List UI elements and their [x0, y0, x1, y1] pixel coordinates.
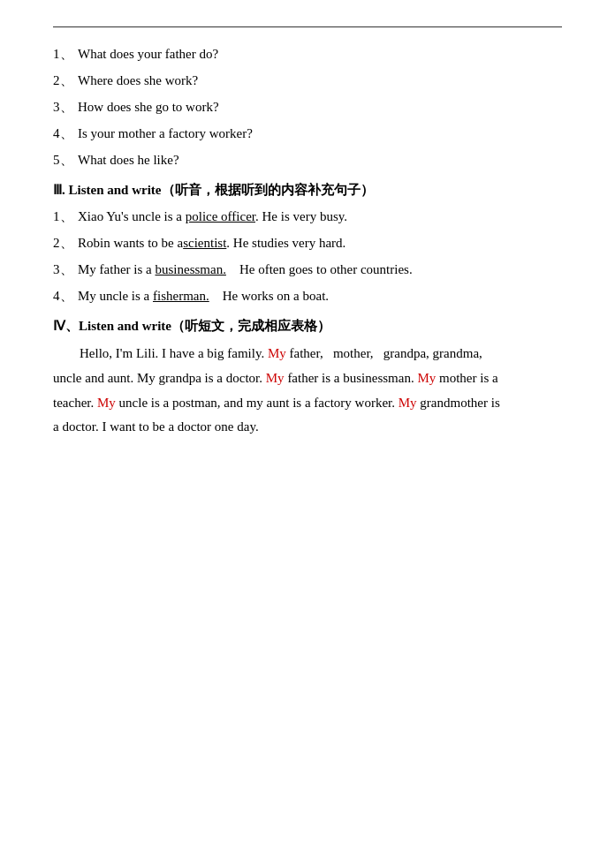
- listen-num: 1、: [53, 206, 78, 227]
- top-divider: [53, 26, 562, 27]
- fill-word: businessman.: [155, 262, 225, 276]
- question-num: 2、: [53, 70, 78, 91]
- section-iii: Ⅲ. Listen and write（听音，根据听到的内容补充句子） 1、 X…: [53, 179, 562, 306]
- section-iii-header: Ⅲ. Listen and write（听音，根据听到的内容补充句子）: [53, 179, 562, 200]
- list-item: 2、 Where does she work?: [53, 70, 562, 91]
- red-text: My: [266, 371, 285, 385]
- list-item: 5、 What does he like?: [53, 149, 562, 170]
- passage: Hello, I'm Lili. I have a big family. My…: [53, 342, 562, 440]
- section-iv-header: Ⅳ、Listen and write（听短文，完成相应表格）: [53, 315, 562, 336]
- page: 1、 What does your father do? 2、 Where do…: [0, 0, 615, 484]
- red-text: My: [268, 346, 286, 360]
- question-text: How does she go to work?: [78, 96, 219, 117]
- question-num: 3、: [53, 96, 78, 117]
- list-item: 1、 Xiao Yu's uncle is a police officer. …: [53, 206, 562, 227]
- list-item: 4、 Is your mother a factory worker?: [53, 123, 562, 144]
- section-iv: Ⅳ、Listen and write（听短文，完成相应表格） Hello, I'…: [53, 315, 562, 440]
- list-item: 3、 How does she go to work?: [53, 96, 562, 117]
- listen-num: 4、: [53, 285, 78, 306]
- question-text: What does he like?: [78, 149, 179, 170]
- listen-num: 3、: [53, 259, 78, 280]
- listen-text: My father is a businessman. He often goe…: [78, 259, 413, 280]
- question-num: 4、: [53, 123, 78, 144]
- fill-word: scientist: [183, 236, 226, 250]
- listen-num: 2、: [53, 232, 78, 253]
- list-item: 1、 What does your father do?: [53, 43, 562, 64]
- question-num: 5、: [53, 149, 78, 170]
- red-text: My: [417, 371, 436, 385]
- fill-word: police officer: [186, 209, 255, 223]
- red-text: My: [97, 396, 116, 410]
- fill-word: fisherman.: [153, 289, 209, 303]
- question-text: Is your mother a factory worker?: [78, 123, 253, 144]
- red-text: My: [399, 396, 417, 410]
- question-text: What does your father do?: [78, 43, 218, 64]
- listen-text: Robin wants to be ascientist. He studies…: [78, 232, 345, 253]
- question-text: Where does she work?: [78, 70, 198, 91]
- list-item: 3、 My father is a businessman. He often …: [53, 259, 562, 280]
- listen-text: My uncle is a fisherman. He works on a b…: [78, 285, 329, 306]
- questions-section: 1、 What does your father do? 2、 Where do…: [53, 43, 562, 170]
- listen-text: Xiao Yu's uncle is a police officer. He …: [78, 206, 347, 227]
- list-item: 2、 Robin wants to be ascientist. He stud…: [53, 232, 562, 253]
- list-item: 4、 My uncle is a fisherman. He works on …: [53, 285, 562, 306]
- question-num: 1、: [53, 43, 78, 64]
